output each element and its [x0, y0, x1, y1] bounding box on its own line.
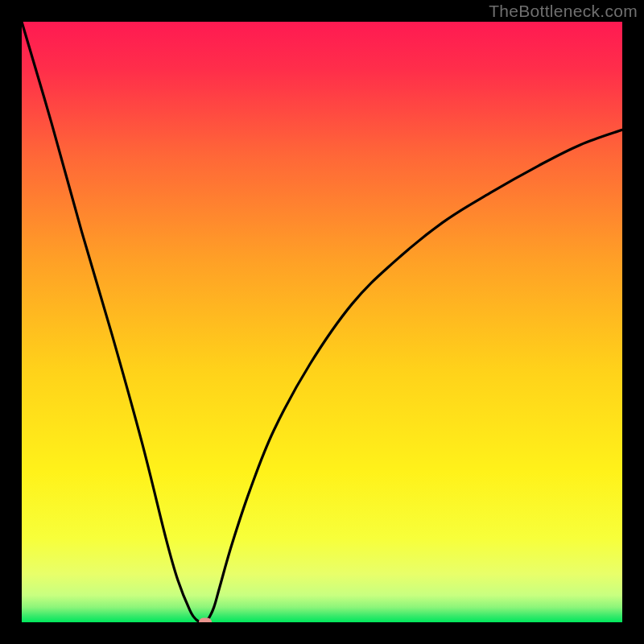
plot-area: [22, 22, 622, 622]
watermark-text: TheBottleneck.com: [489, 2, 638, 21]
chart-frame: TheBottleneck.com: [0, 0, 644, 644]
optimum-marker: [199, 618, 212, 623]
bottleneck-curve: [22, 22, 622, 622]
